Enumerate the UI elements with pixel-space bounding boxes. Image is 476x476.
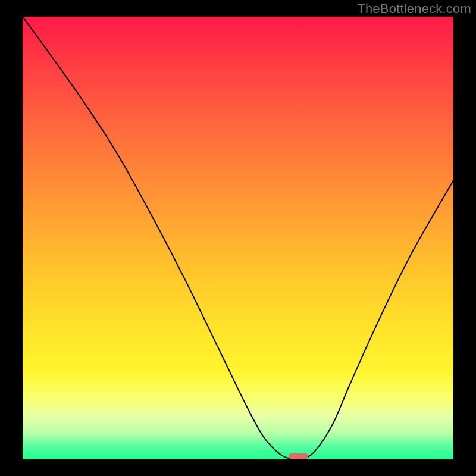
plot-area xyxy=(23,17,453,459)
watermark-label: TheBottleneck.com xyxy=(357,1,471,17)
chart-container: TheBottleneck.com xyxy=(0,0,476,476)
optimal-marker xyxy=(23,17,453,459)
svg-rect-0 xyxy=(289,453,308,459)
